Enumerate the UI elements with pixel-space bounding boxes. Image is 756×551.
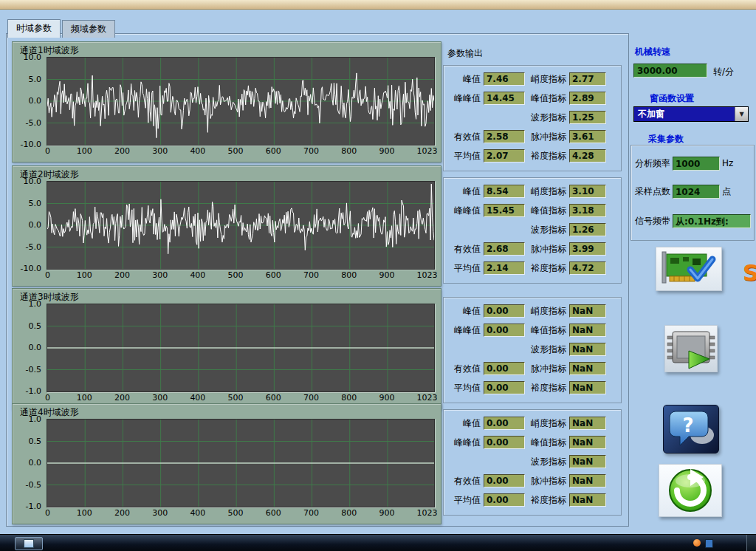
tab-time-domain[interactable]: 时域参数	[7, 19, 61, 38]
x-tick-label: 600	[266, 146, 281, 156]
param-value: 7.46	[484, 72, 525, 86]
param-row: 脉冲指标NaN	[528, 473, 606, 488]
param-label: 波形指标	[528, 343, 566, 356]
x-tick-label: 400	[190, 270, 205, 280]
x-tick-label: 1023	[417, 393, 438, 403]
x-tick-label: 400	[190, 508, 205, 518]
param-value: 2.77	[569, 72, 606, 86]
window-thumbnail-icon	[24, 539, 34, 548]
y-tick-label: 0.0	[12, 220, 41, 230]
param-row: 峰值8.54	[447, 184, 525, 199]
tray-flag-icon[interactable]	[705, 539, 713, 548]
param-value: 2.68	[484, 242, 525, 256]
param-value: 2.07	[484, 149, 525, 162]
chip-button[interactable]	[664, 325, 718, 372]
param-row: 波形指标NaN	[528, 342, 606, 357]
param-value: NaN	[569, 455, 606, 468]
x-tick-label: 900	[379, 270, 394, 280]
param-value: NaN	[569, 304, 606, 318]
param-label: 波形指标	[528, 112, 566, 124]
tab-frequency-domain[interactable]: 频域参数	[62, 20, 115, 38]
tray-orange-icon[interactable]	[693, 539, 701, 547]
param-label: 有效值	[447, 131, 481, 143]
help-button[interactable]: ?	[663, 405, 719, 454]
x-tick-label: 300	[152, 270, 168, 280]
y-tick-label: 10.0	[12, 52, 41, 62]
param-group-1: 峰值7.46峰峰值14.45有效值2.58平均值2.07峭度指标2.77峰值指标…	[443, 65, 622, 171]
param-label: 峰值	[447, 185, 481, 198]
refresh-button[interactable]	[659, 464, 722, 517]
param-row: 裕度指标4.28	[528, 148, 606, 163]
acq-row-frequency: 分析频率 1000 Hz	[635, 156, 752, 171]
param-label: 峭度指标	[528, 417, 566, 430]
daq-card-button[interactable]	[656, 247, 722, 291]
param-row: 裕度指标NaN	[528, 380, 606, 395]
x-tick-label: 600	[266, 270, 281, 280]
y-tick-label: 10.0	[12, 177, 41, 186]
speed-label: 机械转速	[635, 46, 670, 58]
x-tick-label: 500	[228, 270, 244, 280]
x-tick-label: 700	[303, 270, 319, 280]
y-tick-label: -5.0	[12, 242, 41, 252]
chart-channel-2: 通道2时域波形 10.05.00.0-5.0-10.0 010020030040…	[12, 165, 441, 287]
param-label: 裕度指标	[528, 494, 566, 507]
acquisition-groupbox: 分析频率 1000 Hz 采样点数 1024 点 信号频带 从:0.1Hz到:	[630, 145, 755, 241]
param-value: 0.00	[484, 474, 525, 487]
show-desktop-button[interactable]	[746, 535, 756, 551]
param-value: NaN	[569, 436, 606, 449]
param-label: 峰值指标	[528, 324, 566, 337]
param-row: 脉冲指标3.61	[528, 129, 606, 144]
signal-band-input[interactable]: 从:0.1Hz到:	[673, 214, 751, 228]
param-label: 峭度指标	[528, 73, 566, 86]
chart-channel-4: 通道4时域波形 1.00.50.0-0.5-1.0 01002003004005…	[12, 403, 441, 524]
y-tick-label: -0.5	[12, 480, 41, 490]
param-label: 平均值	[447, 382, 481, 394]
x-tick-label: 900	[379, 393, 394, 403]
param-row: 峰值指标3.18	[528, 203, 606, 218]
param-label: 脉冲指标	[528, 243, 566, 256]
param-label: 峰峰值	[447, 324, 481, 337]
acq-unit: Hz	[722, 158, 733, 168]
param-row: 波形指标NaN	[528, 454, 606, 469]
y-axis: 10.05.00.0-5.0-10.0	[13, 57, 44, 144]
y-tick-label: -5.0	[12, 118, 41, 128]
x-axis: 01002003004005006007008009001023	[47, 270, 436, 282]
y-tick-label: -1.0	[12, 386, 41, 396]
x-tick-label: 700	[303, 508, 319, 518]
x-tick-label: 400	[190, 393, 205, 403]
param-label: 平均值	[447, 262, 481, 275]
param-row: 峰值0.00	[447, 416, 525, 431]
y-tick-label: 0.5	[12, 321, 41, 331]
x-tick-label: 500	[228, 508, 244, 518]
param-label: 裕度指标	[528, 382, 566, 394]
analysis-frequency-input[interactable]: 1000	[673, 157, 720, 171]
x-tick-label: 500	[228, 393, 244, 403]
x-tick-label: 900	[379, 146, 394, 156]
param-row: 峭度指标NaN	[528, 416, 606, 431]
param-label: 峰值指标	[528, 92, 566, 105]
sample-count-input[interactable]: 1024	[673, 185, 720, 199]
y-tick-label: 5.0	[12, 199, 41, 208]
window-function-dropdown[interactable]: 不加窗 ▼	[633, 106, 749, 122]
param-label: 峰值指标	[528, 205, 566, 217]
param-value: 8.54	[484, 185, 525, 198]
param-label: 平均值	[447, 150, 481, 162]
param-value: NaN	[569, 324, 606, 337]
x-tick-label: 0	[45, 393, 50, 403]
param-value: 3.10	[569, 185, 606, 198]
taskbar-window-button[interactable]	[15, 537, 43, 550]
question-glyph: ?	[682, 414, 693, 437]
param-label: 有效值	[447, 363, 481, 375]
y-axis: 1.00.50.0-0.5-1.0	[13, 304, 44, 391]
param-row: 脉冲指标3.99	[528, 242, 606, 256]
chevron-down-icon[interactable]: ▼	[735, 107, 748, 121]
param-value: 0.00	[484, 381, 525, 394]
y-tick-label: -10.0	[12, 264, 41, 273]
param-value: 0.00	[484, 493, 525, 507]
acq-row-samples: 采样点数 1024 点	[635, 184, 752, 199]
speed-input[interactable]: 3000.00	[633, 64, 707, 78]
logo-letter-s: S	[743, 260, 756, 286]
param-output-title: 参数输出	[447, 47, 483, 60]
param-value: 1.26	[569, 223, 606, 236]
x-tick-label: 1023	[417, 508, 438, 518]
